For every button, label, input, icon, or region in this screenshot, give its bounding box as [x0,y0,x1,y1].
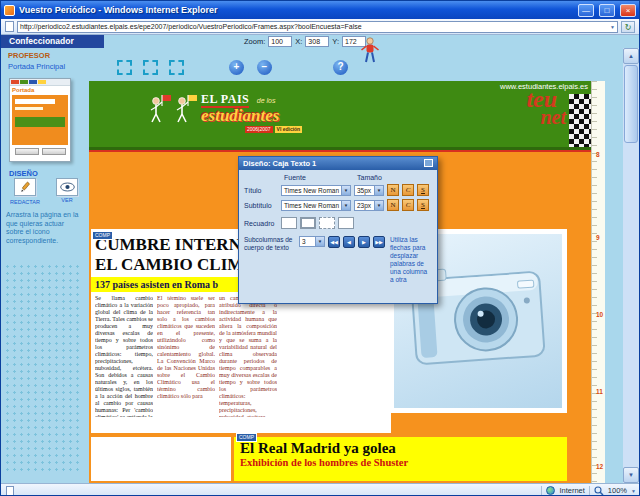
window-title: Vuestro Periódico - Windows Internet Exp… [19,5,573,15]
subtitulo-size-select[interactable]: 23px ▼ [354,200,384,211]
thumbnail-chip [11,80,19,84]
maximize-button[interactable]: □ [599,4,615,17]
window-titlebar[interactable]: Vuestro Periódico - Windows Internet Exp… [1,1,639,19]
scrollbar-thumb[interactable] [624,65,638,143]
chevron-down-icon[interactable]: ▼ [341,201,350,210]
chevron-down-icon[interactable]: ▼ [341,186,350,195]
component-tag[interactable]: COMP [236,433,257,442]
thumbnail-buttons [10,148,70,155]
dialog-restore-button[interactable] [424,159,433,167]
zoom-out-button[interactable]: − [257,60,272,75]
pencil-icon [14,178,36,196]
marquee-select-tool[interactable] [117,60,132,75]
portada-page-thumbnail[interactable]: Portada [9,78,71,162]
zoom-label: Zoom: [244,37,265,46]
ruler-number: 9 [596,234,600,241]
titulo-row-label: Título [244,187,278,194]
subcolumnas-select[interactable]: 3 ▼ [299,236,325,247]
help-button[interactable]: ? [333,60,348,75]
article-column-1: Se llama cambio climático a la variación… [95,295,153,417]
ver-button[interactable]: VER [49,178,85,205]
redactar-button[interactable]: REDACTAR [7,178,43,205]
refresh-button[interactable]: ↻ [621,21,635,33]
sports-article-box[interactable]: El Real Madrid ya golea Exhibición de lo… [234,437,567,481]
subtitulo-italic-button[interactable]: C [402,199,414,211]
scroll-up-button[interactable]: ▲ [623,48,639,64]
thumbnail-toolbar [10,79,70,86]
dots-pattern [4,263,82,475]
sidebar: PROFESOR Portada Principal Portada [1,48,88,483]
redactar-label: REDACTAR [7,199,43,205]
user-role-label: PROFESOR [8,51,88,60]
subtitulo-font-select[interactable]: Times New Roman ▼ [281,200,351,211]
mascot-flag-icon [173,93,199,129]
chevron-down-icon[interactable]: ▼ [315,237,324,246]
thumbnail-button[interactable] [42,148,66,155]
thumbnail-chip [20,80,28,84]
article-column-3: un cambio de clima atribuido directa o i… [219,295,277,417]
x-label: X: [295,37,302,46]
zoom-controls: Zoom: 100 X: 308 Y: 172 [244,36,366,47]
address-bar[interactable]: http://periodico2.estudiantes.elpais.es/… [17,21,618,33]
marquee-select-tool-3[interactable] [169,60,184,75]
statusbar-divider [589,486,590,496]
titulo-italic-button[interactable]: C [402,184,414,196]
close-button[interactable]: × [620,4,636,17]
border-style-option-4[interactable] [338,217,354,229]
ruler-number: 8 [596,151,600,158]
article-column-2: El término suele ser poco apropiado, par… [157,295,215,417]
sports-subhead: Exhibición de los hombres de Shuster [240,457,561,468]
thumbnail-button[interactable] [15,148,39,155]
subtitulo-underline-button[interactable]: S [417,199,429,211]
border-style-option-2[interactable] [300,217,316,229]
titulo-size-value: 35px [357,187,371,194]
titulo-font-value: Times New Roman [284,187,339,194]
titulo-size-select[interactable]: 35px ▼ [354,185,384,196]
thumbnail-preview [12,95,68,145]
border-style-option-1[interactable] [281,217,297,229]
vertical-ruler: 8 9 10 11 12 [591,81,605,483]
component-tag[interactable]: COMP [92,231,113,240]
page-zoom-level[interactable]: 100% [608,486,627,495]
deco-bottom: net [540,109,566,126]
dialog-titlebar[interactable]: Diseño: Caja Texto 1 [239,157,437,170]
zoom-input[interactable]: 100 [268,36,292,47]
sidebar-tools: REDACTAR VER [7,178,85,205]
titulo-font-select[interactable]: Times New Roman ▼ [281,185,351,196]
titulo-underline-button[interactable]: S [417,184,429,196]
sports-headline: El Real Madrid ya golea [240,440,561,457]
border-style-option-3[interactable] [319,217,335,229]
empty-text-box[interactable] [91,437,231,481]
subtitulo-font-value: Times New Roman [284,202,339,209]
zoom-dropdown-icon[interactable]: ▼ [631,488,636,494]
move-word-right-button[interactable]: ▶ [358,236,370,248]
ruler-number: 10 [596,311,603,318]
move-word-right-double-button[interactable]: ▶▶ [373,236,385,248]
edition-badge: VI edición [275,126,303,133]
titulo-bold-button[interactable]: N [387,184,399,196]
page-icon [5,21,14,32]
scroll-down-button[interactable]: ▼ [623,467,639,483]
delos-text: de los [257,97,276,104]
x-coordinate-value: 308 [305,36,329,47]
thumbnail-title: Portada [10,86,70,94]
masthead-badges: 2006|2007 VI edición [245,126,302,133]
chevron-down-icon[interactable]: ▼ [374,186,383,195]
vertical-scrollbar[interactable]: ▲ ▼ [623,48,639,483]
chevron-down-icon[interactable]: ▼ [374,201,383,210]
move-word-left-button[interactable]: ◀ [343,236,355,248]
sidebar-item-portada-principal[interactable]: Portada Principal [8,62,88,71]
zoom-in-button[interactable]: + [229,60,244,75]
move-word-left-double-button[interactable]: ◀◀ [328,236,340,248]
subtitulo-bold-button[interactable]: N [387,199,399,211]
ruler-number: 11 [596,388,603,395]
y-label: Y: [332,37,339,46]
dialog-body: Fuente Tamaño Título Times New Roman ▼ 3… [239,170,437,288]
address-row: http://periodico2.estudiantes.elpais.es/… [1,19,639,35]
address-url: http://periodico2.estudiantes.elpais.es/… [20,23,362,30]
address-dropdown-icon[interactable]: ▼ [610,24,615,30]
marquee-select-tool-2[interactable] [143,60,158,75]
mascot-figure-icon [359,37,381,68]
minimize-button[interactable]: — [578,4,594,17]
subcolumnas-value: 3 [302,238,306,245]
